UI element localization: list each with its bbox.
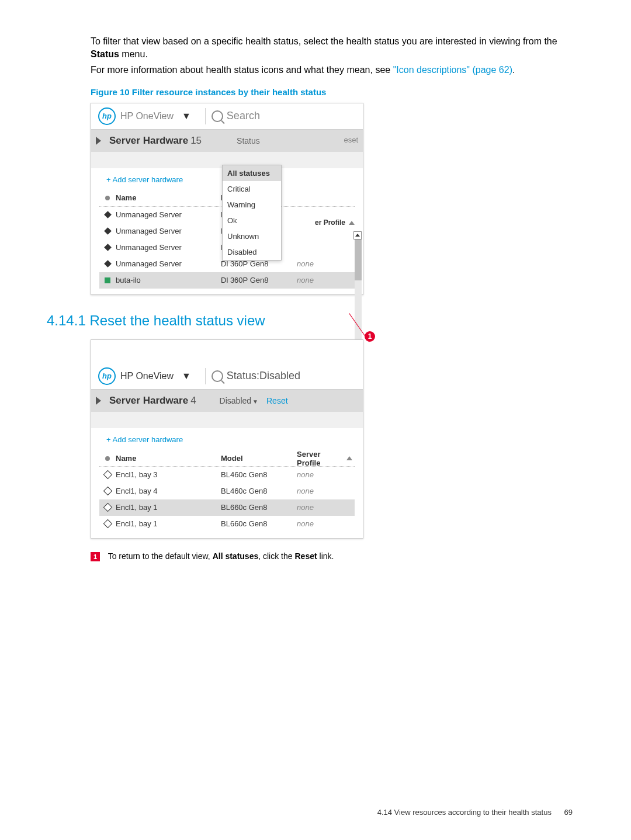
status-icon <box>104 227 112 235</box>
col-profile-fragment: er Profile <box>315 218 355 227</box>
filter-disabled[interactable]: Disabled▼ <box>220 396 258 405</box>
status-option-warning[interactable]: Warning <box>223 197 281 213</box>
blank-row <box>91 412 363 428</box>
hp-logo-icon: hp <box>98 107 116 125</box>
status-option-unknown[interactable]: Unknown <box>223 228 281 244</box>
icon-descriptions-link[interactable]: "Icon descriptions" (page 62) <box>393 65 512 75</box>
cell-name: Unmanaged Server <box>116 227 221 235</box>
intro-p1b: menu. <box>119 49 148 59</box>
status-ok-icon <box>105 277 110 283</box>
status-icon <box>104 211 112 218</box>
topbar: hp HP OneView ▼ Status:Disabled <box>91 363 363 390</box>
intro-p2b: . <box>512 65 515 75</box>
scroll-up-icon[interactable] <box>353 231 362 239</box>
add-server-hardware-link[interactable]: + Add server hardware <box>106 435 355 444</box>
search-icon[interactable] <box>212 110 223 122</box>
vertical-divider <box>205 108 206 124</box>
figure-2-screenshot: hp HP OneView ▼ Status:Disabled Server H… <box>91 339 363 539</box>
search-query[interactable]: Status:Disabled <box>227 370 300 382</box>
cell-profile: none <box>297 276 344 284</box>
figure-1-screenshot: hp HP OneView ▼ Search Server Hardware 1… <box>91 103 363 295</box>
search-placeholder[interactable]: Search <box>227 110 260 122</box>
cell-profile: none <box>297 519 344 528</box>
table-header: Name Model Server Profile <box>99 450 355 467</box>
footer-section: 4.14 View resources according to their h… <box>377 808 552 817</box>
cell-name: Encl1, bay 1 <box>116 519 221 528</box>
spacer <box>91 340 363 363</box>
cell-profile: none <box>297 259 344 268</box>
cell-profile: none <box>297 470 344 479</box>
panel-title: Server Hardware <box>109 135 188 147</box>
panel-count: 15 <box>190 135 202 147</box>
reset-link[interactable]: Reset <box>266 396 288 405</box>
cell-name: Unmanaged Server <box>116 259 221 268</box>
sort-asc-icon <box>346 456 352 460</box>
cell-model: Dl 360P Gen8 <box>221 259 297 268</box>
status-icon <box>104 244 112 251</box>
intro-p1-bold: Status <box>91 49 119 59</box>
app-name: HP OneView <box>120 111 174 122</box>
cell-name: Unmanaged Server <box>116 243 221 252</box>
callout-num-icon: 1 <box>91 552 100 561</box>
status-option-critical[interactable]: Critical <box>223 181 281 197</box>
sort-asc-icon <box>349 221 355 225</box>
cell-name: Encl1, bay 1 <box>116 503 221 512</box>
cell-model: BL460c Gen8 <box>221 487 297 495</box>
title-bar: Server Hardware 15 Status eset <box>91 130 363 152</box>
status-disabled-icon <box>103 487 112 496</box>
status-dropdown[interactable]: All statuses Critical Warning Ok Unknown… <box>222 165 282 261</box>
col-name[interactable]: Name <box>116 193 221 202</box>
note-bold1: All statuses <box>213 551 259 561</box>
title-bar: Server Hardware 4 Disabled▼ Reset <box>91 390 363 412</box>
search-icon[interactable] <box>212 370 223 382</box>
panel-count: 4 <box>190 395 196 407</box>
status-disabled-icon <box>103 503 112 512</box>
status-disabled-icon <box>103 470 112 480</box>
reset-fragment: eset <box>344 136 358 144</box>
status-option-all[interactable]: All statuses <box>223 165 281 181</box>
cell-name: Unmanaged Server <box>116 210 221 219</box>
status-col-icon <box>105 456 110 461</box>
chevron-down-icon[interactable]: ▼ <box>182 111 191 122</box>
panel-title: Server Hardware <box>109 395 188 407</box>
footer-page-number: 69 <box>564 808 573 817</box>
callout-note: 1 To return to the default view, All sta… <box>91 551 573 561</box>
col-profile[interactable]: Server Profile <box>297 450 344 467</box>
cell-model: Dl 360P Gen8 <box>221 276 297 284</box>
table-row[interactable]: Encl1, bay 4 BL460c Gen8 none <box>99 483 355 499</box>
intro-text: To filter that view based on a specific … <box>91 35 573 77</box>
scrollbar-thumb[interactable] <box>355 239 362 280</box>
cell-model: BL660c Gen8 <box>221 503 297 512</box>
note-text-c: link. <box>317 551 334 561</box>
section-heading: 4.14.1 Reset the health status view <box>47 313 573 329</box>
callout-badge-1: 1 <box>365 331 375 342</box>
status-filter[interactable]: Status <box>237 136 260 145</box>
intro-p1a: To filter that view based on a specific … <box>91 36 557 46</box>
figure-caption: Figure 10 Filter resource instances by t… <box>91 87 573 97</box>
table-row[interactable]: Encl1, bay 3 BL460c Gen8 none <box>99 467 355 483</box>
topbar: hp HP OneView ▼ Search <box>91 103 363 130</box>
vertical-divider <box>205 368 206 384</box>
cell-name: Encl1, bay 4 <box>116 487 221 495</box>
cell-profile: none <box>297 503 344 512</box>
note-text-a: To return to the default view, <box>108 551 213 561</box>
status-disabled-icon <box>103 519 112 529</box>
cell-model: BL460c Gen8 <box>221 470 297 479</box>
status-option-ok[interactable]: Ok <box>223 213 281 228</box>
expand-icon[interactable] <box>96 397 101 405</box>
expand-icon[interactable] <box>96 137 101 145</box>
chevron-down-icon[interactable]: ▼ <box>182 371 191 381</box>
app-name: HP OneView <box>120 371 174 381</box>
table-row[interactable]: Encl1, bay 1 BL660c Gen8 none <box>99 516 355 532</box>
note-bold2: Reset <box>294 551 317 561</box>
status-option-disabled[interactable]: Disabled <box>223 244 281 260</box>
col-model[interactable]: Model <box>221 454 297 463</box>
cell-name: Encl1, bay 3 <box>116 470 221 479</box>
note-text-b: , click the <box>258 551 294 561</box>
table-row[interactable]: buta-ilo Dl 360P Gen8 none <box>99 272 355 289</box>
table-row[interactable]: Encl1, bay 1 BL660c Gen8 none <box>99 499 355 516</box>
col-name[interactable]: Name <box>116 454 221 463</box>
hp-logo-icon: hp <box>98 367 116 385</box>
status-icon <box>104 260 112 268</box>
intro-p2a: For more information about health status… <box>91 65 393 75</box>
